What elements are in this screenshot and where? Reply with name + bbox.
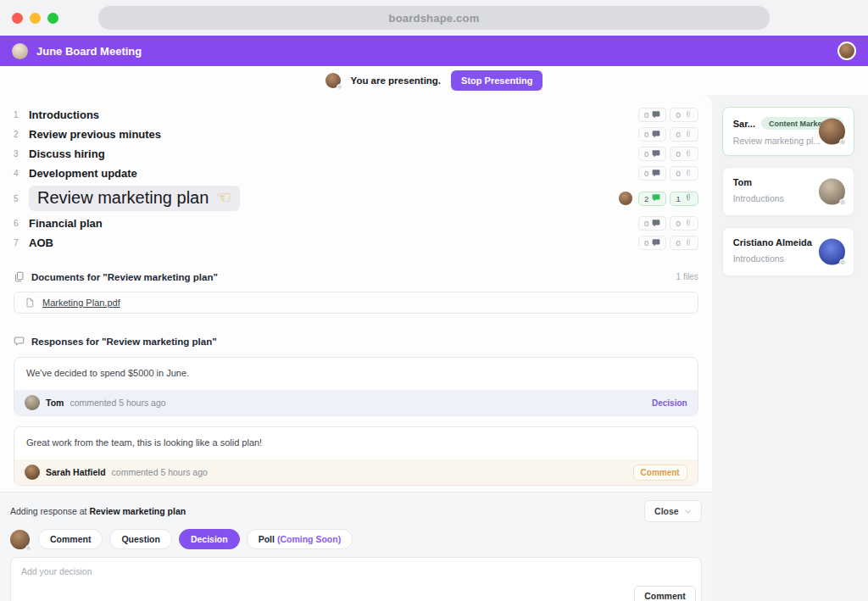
user-avatar[interactable] bbox=[837, 42, 856, 60]
agenda-number: 5 bbox=[14, 194, 25, 203]
paperclip-icon bbox=[684, 149, 693, 159]
stop-presenting-button[interactable]: Stop Presenting bbox=[451, 70, 542, 91]
commenter-name: Sarah Hatfield bbox=[46, 467, 106, 477]
response-footer: Sarah Hatfield commented 5 hours ago Com… bbox=[14, 459, 698, 485]
agenda-item-aob[interactable]: 7 AOB 0 0 bbox=[0, 233, 712, 253]
agenda-item-financial-plan[interactable]: 6 Financial plan 0 0 bbox=[0, 214, 712, 233]
presenter-row-avatar bbox=[619, 192, 632, 205]
tab-question[interactable]: Question bbox=[109, 529, 172, 549]
paperclip-icon bbox=[684, 193, 693, 203]
document-link[interactable]: Marketing Plan.pdf bbox=[42, 298, 120, 308]
participant-name: Tom bbox=[733, 177, 752, 187]
agenda-number: 7 bbox=[14, 238, 25, 248]
agenda-title[interactable]: Development update bbox=[29, 167, 137, 180]
pointing-left-icon: ☜ bbox=[215, 189, 231, 207]
files-count-badge[interactable]: 0 bbox=[670, 236, 698, 250]
comment-meta: commented 5 hours ago bbox=[112, 467, 627, 477]
status-dot bbox=[25, 545, 31, 551]
status-dot bbox=[839, 139, 846, 146]
files-count-badge[interactable]: 0 bbox=[670, 147, 698, 161]
agenda-number: 2 bbox=[14, 130, 25, 139]
participant-avatar bbox=[819, 119, 845, 145]
response-type-badge: Decision bbox=[652, 398, 687, 408]
tab-comment[interactable]: Comment bbox=[38, 529, 103, 549]
commenter-name: Tom bbox=[46, 398, 64, 408]
comments-count-badge[interactable]: 0 bbox=[638, 216, 666, 231]
close-composer-button[interactable]: Close bbox=[644, 500, 702, 522]
agenda-item-introductions[interactable]: 1 Introductions 0 0 bbox=[0, 105, 712, 125]
agenda-title[interactable]: AOB bbox=[29, 237, 53, 249]
agenda-title[interactable]: Review previous minutes bbox=[29, 128, 161, 141]
close-window-button[interactable] bbox=[12, 13, 23, 24]
main-content: 1 Introductions 0 0 2 Review previous mi… bbox=[0, 95, 712, 492]
agenda-title-active[interactable]: Review marketing plan☜ bbox=[29, 186, 240, 211]
participant-card-tom[interactable]: Tom Introductions bbox=[722, 167, 854, 216]
chat-icon bbox=[652, 193, 660, 203]
agenda-item-discuss-hiring[interactable]: 3 Discuss hiring 0 0 bbox=[0, 144, 712, 164]
agenda-title[interactable]: Financial plan bbox=[29, 217, 103, 230]
page-body: 1 Introductions 0 0 2 Review previous mi… bbox=[0, 95, 868, 601]
chat-icon bbox=[652, 130, 660, 140]
participants-sidebar: Sar... Content Marketing Review marketin… bbox=[712, 95, 868, 601]
chat-icon bbox=[652, 169, 660, 179]
chat-icon bbox=[652, 149, 660, 159]
participant-name: Cristiano Almeida bbox=[733, 237, 812, 248]
comments-count-badge[interactable]: 0 bbox=[638, 108, 666, 122]
files-count-badge-active[interactable]: 1 bbox=[670, 192, 698, 206]
composer-context-label: Adding response at Review marketing plan bbox=[10, 506, 644, 516]
response-composer: Adding response at Review marketing plan… bbox=[0, 492, 712, 601]
submit-comment-button[interactable]: Comment bbox=[634, 586, 695, 601]
response-body: We've decided to spend $5000 in June. bbox=[14, 358, 698, 390]
commenter-avatar bbox=[25, 395, 40, 410]
agenda-item-review-previous-minutes[interactable]: 2 Review previous minutes 0 0 bbox=[0, 125, 712, 144]
files-count-badge[interactable]: 0 bbox=[670, 127, 698, 142]
response-body: Great work from the team, this is lookin… bbox=[14, 427, 698, 459]
participant-name: Sar... bbox=[733, 119, 755, 129]
comments-count-badge[interactable]: 0 bbox=[638, 147, 666, 161]
response-footer: Tom commented 5 hours ago Decision bbox=[14, 390, 698, 415]
agenda-item-development-update[interactable]: 4 Development update 0 0 bbox=[0, 164, 712, 183]
documents-section: Documents for "Review marketing plan" 1 … bbox=[0, 271, 712, 314]
minimize-window-button[interactable] bbox=[30, 13, 41, 24]
comment-meta: commented 5 hours ago bbox=[70, 398, 646, 408]
responses-section-title: Responses for "Review marketing plan" bbox=[31, 337, 698, 347]
files-count-badge[interactable]: 0 bbox=[670, 108, 698, 122]
main-column: 1 Introductions 0 0 2 Review previous mi… bbox=[0, 95, 712, 601]
agenda-title[interactable]: Introductions bbox=[29, 109, 99, 121]
app-header: June Board Meeting bbox=[0, 36, 868, 66]
address-bar[interactable]: boardshape.com bbox=[98, 6, 770, 30]
comments-count-badge[interactable]: 0 bbox=[638, 166, 666, 181]
response-type-badge: Comment bbox=[633, 465, 687, 481]
comments-count-badge[interactable]: 0 bbox=[638, 236, 666, 250]
decision-input[interactable] bbox=[10, 557, 702, 601]
tab-decision[interactable]: Decision bbox=[179, 529, 240, 549]
paperclip-icon bbox=[684, 219, 693, 229]
zoom-window-button[interactable] bbox=[47, 13, 58, 24]
participant-card-sarah[interactable]: Sar... Content Marketing Review marketin… bbox=[722, 107, 854, 156]
status-dot bbox=[839, 199, 846, 206]
participant-card-cristiano[interactable]: Cristiano Almeida Introductions bbox=[722, 227, 854, 276]
composer-topic: Review marketing plan bbox=[89, 506, 186, 516]
agenda-list: 1 Introductions 0 0 2 Review previous mi… bbox=[0, 95, 712, 253]
composer-user-avatar bbox=[10, 530, 30, 549]
responses-icon bbox=[14, 336, 25, 347]
files-count-badge[interactable]: 0 bbox=[670, 216, 698, 231]
comments-count-badge-active[interactable]: 2 bbox=[638, 192, 666, 206]
chat-icon bbox=[652, 238, 660, 248]
comments-count-badge[interactable]: 0 bbox=[638, 127, 666, 142]
tab-poll[interactable]: Poll (Coming Soon) bbox=[247, 529, 353, 549]
paperclip-icon bbox=[684, 110, 693, 120]
files-count-badge[interactable]: 0 bbox=[670, 166, 698, 181]
agenda-number: 1 bbox=[14, 110, 25, 120]
documents-icon bbox=[14, 271, 25, 282]
chat-icon bbox=[652, 219, 660, 229]
status-dot bbox=[839, 259, 846, 266]
board-logo-avatar bbox=[12, 43, 28, 59]
participant-avatar bbox=[819, 179, 845, 205]
agenda-title[interactable]: Discuss hiring bbox=[29, 147, 105, 160]
documents-section-title: Documents for "Review marketing plan" bbox=[31, 272, 670, 282]
coming-soon-label: (Coming Soon) bbox=[277, 534, 341, 544]
document-row[interactable]: Marketing Plan.pdf bbox=[14, 292, 698, 314]
agenda-item-review-marketing-plan-active[interactable]: 5 Review marketing plan☜ 2 1 bbox=[0, 183, 712, 214]
chevron-down-icon bbox=[684, 508, 692, 515]
